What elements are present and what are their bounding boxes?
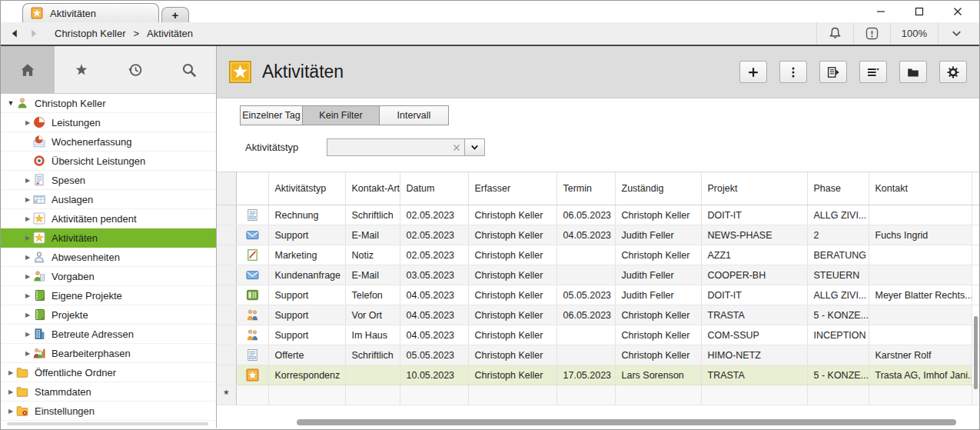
cell-kontakt-art[interactable]: Telefon [345, 285, 400, 305]
sidebar-item-uebersicht-leistungen[interactable]: Übersicht Leistungen [1, 152, 216, 171]
table-header-icon-column[interactable] [236, 172, 268, 205]
filter-tab-intervall[interactable]: Intervall [380, 105, 449, 125]
activity-type-icon-cell[interactable] [236, 245, 268, 265]
notifications-button[interactable] [816, 22, 853, 45]
sidebar-item-abwesenheiten[interactable]: ▶Abwesenheiten [1, 248, 216, 267]
row-selector[interactable] [217, 345, 236, 365]
expander-icon[interactable]: ▶ [22, 350, 33, 357]
cell-kontakt-art[interactable]: E-Mail [345, 265, 400, 285]
cell-kontakt-art[interactable]: Im Haus [345, 325, 400, 345]
sidebar-horizontal-scrollbar[interactable] [7, 422, 208, 425]
expander-icon[interactable]: ▶ [22, 177, 33, 184]
cell-phase[interactable]: 5 - KONZE... [807, 305, 869, 325]
cell-kontakt[interactable] [869, 305, 972, 325]
table-header-termin[interactable]: Termin [556, 172, 615, 205]
sidebar-item-bearbeiterphasen[interactable]: ▶Bearbeiterphasen [1, 344, 216, 363]
cell-projekt[interactable]: COOPER-BH [701, 265, 807, 285]
add-button[interactable] [739, 61, 767, 83]
expander-icon[interactable]: ▼ [5, 99, 16, 107]
cell-phase[interactable]: STEUERN [807, 265, 869, 285]
new-row-cell[interactable] [807, 385, 869, 405]
cell-aktivitaetstyp[interactable]: Support [268, 325, 345, 345]
cell-kontakt-art[interactable]: Notiz [345, 245, 400, 265]
cell-phase[interactable]: ALLG ZIVI... [807, 205, 869, 225]
activity-type-icon-cell[interactable] [236, 285, 268, 305]
zoom-level[interactable]: 100% [890, 22, 938, 45]
new-row-cell[interactable] [615, 385, 701, 405]
cell-phase[interactable]: 5 - KONZE... [807, 365, 869, 385]
cell-aktivitaetstyp[interactable]: Kundenanfrage [268, 265, 345, 285]
cell-kontakt[interactable]: Karstner Rolf [869, 345, 972, 365]
table-horizontal-scrollbar[interactable] [297, 419, 956, 425]
activity-type-icon-cell[interactable] [236, 365, 268, 385]
cell-zustaendig[interactable]: Christoph Keller [615, 305, 701, 325]
new-row-cell[interactable] [268, 385, 345, 405]
row-selector[interactable] [217, 365, 236, 385]
cell-projekt[interactable]: DOIT-IT [701, 205, 807, 225]
table-header-erfasser[interactable]: Erfasser [468, 172, 556, 205]
cell-zustaendig[interactable]: Judith Feller [615, 265, 701, 285]
cell-kontakt-art[interactable]: Vor Ort [345, 305, 400, 325]
cell-datum[interactable]: 02.05.2023 [400, 225, 468, 245]
cell-erfasser[interactable]: Christoph Keller [468, 205, 556, 225]
row-selector[interactable] [217, 245, 236, 265]
cell-datum[interactable]: 04.05.2023 [400, 285, 468, 305]
cell-termin[interactable] [556, 345, 615, 365]
cell-kontakt-art[interactable]: Schriftlich [345, 205, 400, 225]
cell-kontakt[interactable] [869, 265, 972, 285]
cell-aktivitaetstyp[interactable]: Support [268, 225, 345, 245]
sidebar-item-christoph-keller[interactable]: ▼Christoph Keller [1, 94, 216, 113]
sidebar-item-eigene-projekte[interactable]: ▶Eigene Projekte [1, 286, 216, 305]
sidebar-item-oeffentliche-ordner[interactable]: ▶Öffentliche Ordner [1, 363, 216, 382]
sidebar-item-spesen[interactable]: ▶Spesen [1, 171, 216, 190]
table-header-projekt[interactable]: Projekt [701, 172, 807, 205]
cell-datum[interactable]: 04.05.2023 [400, 305, 468, 325]
cell-projekt[interactable]: DOIT-IT [701, 285, 807, 305]
table-header-phase[interactable]: Phase [807, 172, 869, 205]
activity-type-icon-cell[interactable] [236, 345, 268, 365]
sidebar-item-leistungen[interactable]: ▶Leistungen [1, 113, 216, 132]
new-row-cell[interactable] [468, 385, 556, 405]
table-row[interactable]: MarketingNotiz02.05.2023Christoph Keller… [217, 245, 979, 265]
cell-termin[interactable]: 04.05.2023 [556, 225, 615, 245]
expander-icon[interactable]: ▶ [22, 254, 33, 261]
cell-zustaendig[interactable]: Christoph Keller [615, 345, 701, 365]
cell-kontakt-art[interactable]: Schriftlich [345, 345, 400, 365]
cell-kontakt-art[interactable] [345, 365, 400, 385]
cell-zustaendig[interactable]: Christoph Keller [615, 325, 701, 345]
cell-datum[interactable]: 04.05.2023 [400, 325, 468, 345]
cell-kontakt[interactable] [869, 205, 972, 225]
sidebar-tab-history[interactable] [108, 46, 162, 93]
cell-aktivitaetstyp[interactable]: Rechnung [268, 205, 345, 225]
maximize-button[interactable] [909, 3, 930, 20]
view-options-button[interactable] [859, 61, 887, 83]
table-row[interactable]: OfferteSchriftlich05.05.2023Christoph Ke… [217, 345, 979, 365]
cell-projekt[interactable]: HIMO-NETZ [701, 345, 807, 365]
cell-termin[interactable] [556, 325, 615, 345]
cell-erfasser[interactable]: Christoph Keller [468, 365, 556, 385]
activity-type-icon-cell[interactable] [236, 265, 268, 285]
cell-zustaendig[interactable]: Lars Sorenson [615, 365, 701, 385]
cell-datum[interactable]: 02.05.2023 [400, 245, 468, 265]
cell-phase[interactable]: ALLG ZIVI... [807, 285, 869, 305]
sidebar-tab-search[interactable] [162, 46, 216, 93]
cell-erfasser[interactable]: Christoph Keller [468, 265, 556, 285]
new-row-cell[interactable] [556, 385, 615, 405]
table-row[interactable]: SupportIm Haus04.05.2023Christoph Keller… [217, 325, 979, 345]
cell-aktivitaetstyp[interactable]: Offerte [268, 345, 345, 365]
cell-datum[interactable]: 10.05.2023 [400, 365, 468, 385]
breadcrumb-item-current[interactable]: Aktivitäten [147, 28, 193, 39]
activity-type-icon-cell[interactable] [236, 225, 268, 245]
more-actions-button[interactable] [779, 61, 807, 83]
cell-zustaendig[interactable]: Christoph Keller [615, 205, 701, 225]
sidebar-item-einstellungen[interactable]: ▶Einstellungen [1, 402, 216, 421]
new-row-cell[interactable] [701, 385, 807, 405]
sidebar-tab-home[interactable] [1, 46, 55, 93]
new-row[interactable]: * [217, 385, 979, 405]
close-button[interactable] [947, 3, 968, 20]
table-row[interactable]: KundenanfrageE-Mail03.05.2023Christoph K… [217, 265, 979, 285]
sidebar-item-aktivitaeten[interactable]: ▶Aktivitäten [1, 228, 216, 248]
table-row[interactable]: RechnungSchriftlich02.05.2023Christoph K… [217, 205, 979, 225]
expander-icon[interactable]: ▶ [22, 119, 33, 126]
cell-projekt[interactable]: COM-SSUP [701, 325, 807, 345]
